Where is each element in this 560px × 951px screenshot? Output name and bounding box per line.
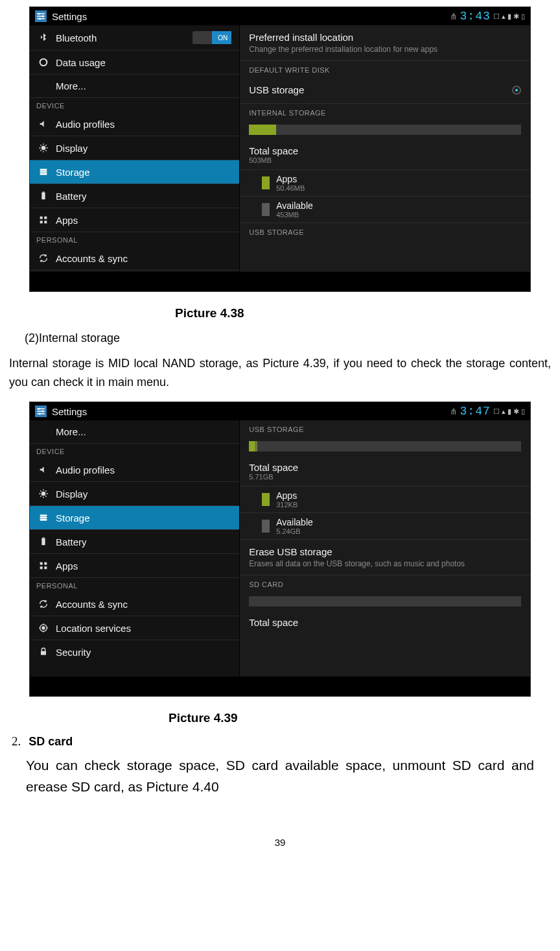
nav-bar xyxy=(30,272,530,291)
battery-icon xyxy=(38,190,49,202)
sidebar-item-label: Audio profiles xyxy=(56,119,115,130)
svg-rect-14 xyxy=(44,217,47,219)
nav-bar xyxy=(30,677,530,696)
sidebar-item-apps[interactable]: Apps xyxy=(30,554,239,578)
paragraph: (2)Internal storage xyxy=(6,330,554,348)
metric-value: 5.24GB xyxy=(276,527,313,535)
sidebar-item-label: Storage xyxy=(56,512,90,524)
sidebar-item-battery[interactable]: Battery xyxy=(30,530,239,554)
settings-app-icon xyxy=(35,405,47,417)
metric-label: Total space xyxy=(249,145,521,156)
data-usage-icon xyxy=(38,56,49,68)
available-row[interactable]: Available 5.24GB xyxy=(240,513,530,540)
figure-caption: Picture 4.39 xyxy=(6,711,554,725)
section-usb-storage: USB STORAGE xyxy=(240,223,530,239)
sidebar-item-audio-profiles[interactable]: Audio profiles xyxy=(30,458,239,482)
sidebar-item-audio-profiles[interactable]: Audio profiles xyxy=(30,112,239,136)
svg-rect-24 xyxy=(40,515,47,517)
total-space-row[interactable]: Total space 503MB xyxy=(240,140,530,170)
sidebar-item-more[interactable]: More... xyxy=(30,75,239,98)
metric-label: Total space xyxy=(249,462,521,473)
metric-value: 503MB xyxy=(249,156,521,164)
svg-rect-8 xyxy=(40,169,47,171)
svg-rect-28 xyxy=(43,538,45,538)
settings-sidebar: More... DEVICE Audio profiles Display St… xyxy=(30,420,240,677)
apps-row[interactable]: Apps 50.46MB xyxy=(240,170,530,197)
usb-icon: ⋔ xyxy=(450,11,458,21)
screenshot-storage-1: Settings ⋔ 3:43 ☐ ▴ ▮ ✱ ▯ Bluetooth ON D… xyxy=(29,6,531,292)
settings-content: USB STORAGE Total space 5.71GB Apps 312K… xyxy=(240,420,530,677)
sidebar-header-device: DEVICE xyxy=(30,444,239,458)
metric-value: 5.71GB xyxy=(249,473,521,481)
sidebar-item-label: More... xyxy=(56,80,86,91)
usb-icon: ⋔ xyxy=(450,406,458,416)
sidebar-item-label: Display xyxy=(56,143,88,154)
svg-rect-30 xyxy=(44,562,47,565)
sidebar-header-personal: PERSONAL xyxy=(30,578,239,592)
sidebar-item-accounts-sync[interactable]: Accounts & sync xyxy=(30,247,239,271)
battery-icon xyxy=(38,536,49,548)
preferred-install-location[interactable]: Preferred install location Change the pr… xyxy=(240,25,530,61)
option-usb-storage[interactable]: USB storage xyxy=(240,77,530,104)
audio-icon xyxy=(38,118,49,130)
svg-point-33 xyxy=(42,627,45,629)
sidebar-header-personal: PERSONAL xyxy=(30,232,239,247)
svg-rect-32 xyxy=(44,567,47,570)
page-number: 39 xyxy=(6,837,554,848)
status-bar: Settings ⋔ 3:47 ☐ ▴ ▮ ✱ ▯ xyxy=(30,402,530,420)
color-swatch-icon xyxy=(262,520,270,533)
svg-rect-16 xyxy=(44,221,47,223)
section-default-write-disk: DEFAULT WRITE DISK xyxy=(240,61,530,77)
sidebar-item-storage[interactable]: Storage xyxy=(30,160,239,184)
sidebar-item-label: Battery xyxy=(56,191,87,202)
svg-rect-27 xyxy=(41,538,45,546)
sidebar-item-battery[interactable]: Battery xyxy=(30,184,239,208)
sd-total-space-row[interactable]: Total space xyxy=(240,612,530,633)
svg-rect-11 xyxy=(41,193,45,200)
metric-label: Available xyxy=(276,200,313,211)
apps-row[interactable]: Apps 312KB xyxy=(240,487,530,513)
radio-selected-icon xyxy=(512,86,521,95)
option-label: USB storage xyxy=(249,84,304,95)
available-row[interactable]: Available 453MB xyxy=(240,197,530,223)
sidebar-item-display[interactable]: Display xyxy=(30,136,239,160)
sidebar-item-data-usage[interactable]: Data usage xyxy=(30,51,239,75)
sidebar-item-location-services[interactable]: Location services xyxy=(30,616,239,640)
sidebar-item-more[interactable]: More... xyxy=(30,420,239,444)
sidebar-item-label: Accounts & sync xyxy=(56,253,128,264)
color-swatch-icon xyxy=(262,493,270,506)
settings-app-icon xyxy=(35,10,47,22)
sidebar-item-accounts-sync[interactable]: Accounts & sync xyxy=(30,592,239,616)
row-title: Preferred install location xyxy=(249,32,521,43)
metric-value: 50.46MB xyxy=(276,184,305,192)
display-icon xyxy=(38,488,49,500)
sidebar-item-security[interactable]: Security xyxy=(30,640,239,664)
bluetooth-toggle[interactable]: ON xyxy=(192,31,231,44)
bluetooth-icon xyxy=(38,32,49,43)
sidebar-item-bluetooth[interactable]: Bluetooth ON xyxy=(30,25,239,51)
sidebar-item-display[interactable]: Display xyxy=(30,482,239,506)
settings-sidebar: Bluetooth ON Data usage More... DEVICE A… xyxy=(30,25,240,272)
list-number: 2. xyxy=(12,734,21,749)
sidebar-item-storage[interactable]: Storage xyxy=(30,506,239,530)
status-bar: Settings ⋔ 3:43 ☐ ▴ ▮ ✱ ▯ xyxy=(30,7,530,25)
settings-content: Preferred install location Change the pr… xyxy=(240,25,530,272)
svg-rect-9 xyxy=(40,171,47,173)
status-title: Settings xyxy=(52,11,87,22)
sidebar-item-apps[interactable]: Apps xyxy=(30,208,239,232)
sidebar-item-label: Data usage xyxy=(56,57,106,68)
color-swatch-icon xyxy=(262,203,270,216)
svg-rect-26 xyxy=(40,519,47,521)
status-icons: ☐ ▴ ▮ ✱ ▯ xyxy=(493,12,525,21)
sidebar-item-label: Audio profiles xyxy=(56,464,115,476)
sidebar-item-label: Security xyxy=(56,647,91,658)
sidebar-item-label: Storage xyxy=(56,167,90,178)
sidebar-item-label: Location services xyxy=(56,623,131,634)
sidebar-header-device: DEVICE xyxy=(30,98,239,112)
paragraph: Internal storage is MID local NAND stora… xyxy=(6,354,554,392)
sidebar-item-label: Apps xyxy=(56,215,78,226)
sync-icon xyxy=(38,252,49,264)
total-space-row[interactable]: Total space 5.71GB xyxy=(240,457,530,487)
metric-label: Apps xyxy=(276,490,298,501)
erase-usb-storage[interactable]: Erase USB storage Erases all data on the… xyxy=(240,540,530,575)
